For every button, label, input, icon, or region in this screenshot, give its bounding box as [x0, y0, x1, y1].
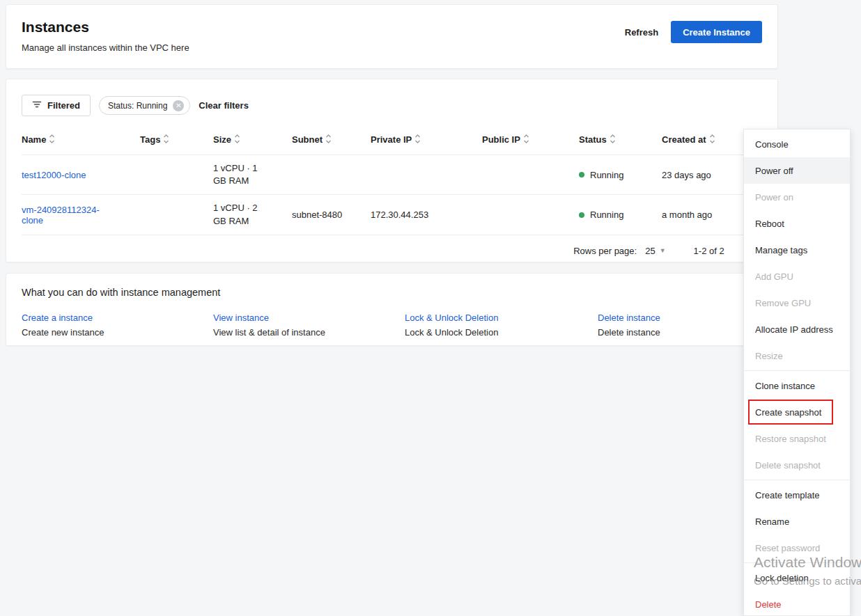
- rows-per-page-value: 25: [645, 246, 655, 256]
- page-subtitle: Manage all instances within the VPC here: [22, 42, 189, 53]
- menu-item-create-snapshot[interactable]: Create snapshot: [744, 399, 850, 425]
- menu-divider: [744, 370, 850, 371]
- menu-item-remove-gpu: Remove GPU: [744, 290, 850, 316]
- private-ip-cell: 172.30.44.253: [371, 195, 482, 235]
- menu-item-add-gpu: Add GPU: [744, 263, 850, 290]
- close-circle-icon[interactable]: ✕: [173, 100, 184, 111]
- tags-cell: [140, 195, 213, 235]
- table-row[interactable]: test12000-clone 1 vCPU · 1 GB RAM Runnin…: [22, 155, 763, 195]
- status-dot-icon: [579, 172, 584, 177]
- instance-name-link[interactable]: vm-240928112324-clone: [22, 205, 111, 226]
- sort-updown-icon: [234, 135, 240, 145]
- sort-updown-icon: [49, 135, 55, 145]
- refresh-button[interactable]: Refresh: [625, 27, 658, 38]
- instance-name-link[interactable]: test12000-clone: [22, 170, 86, 180]
- help-title: What you can do with instance management: [22, 287, 762, 298]
- menu-item-reset-password: Reset password: [744, 535, 850, 561]
- help-card: What you can do with instance management…: [6, 273, 778, 346]
- view-instance-link[interactable]: View instance: [213, 313, 269, 323]
- filter-chip-status[interactable]: Status: Running ✕: [99, 96, 190, 115]
- menu-item-manage-tags[interactable]: Manage tags: [744, 237, 850, 263]
- header-actions: Refresh Create Instance: [625, 20, 762, 44]
- help-item-description: View list & detail of instance: [213, 327, 405, 338]
- rows-per-page-label: Rows per page:: [573, 246, 637, 256]
- menu-divider: [744, 480, 850, 480]
- help-item: Delete instance Delete instance: [598, 313, 762, 338]
- column-header-public-ip[interactable]: Public IP: [482, 126, 579, 155]
- context-menu: Console Power off Power on Reboot Manage…: [743, 129, 851, 616]
- delete-instance-link[interactable]: Delete instance: [598, 313, 660, 323]
- status-dot-icon: [579, 212, 584, 218]
- size-cell: 1 vCPU · 2 GB RAM: [213, 202, 263, 227]
- clear-filters-button[interactable]: Clear filters: [199, 100, 249, 111]
- public-ip-cell: [482, 195, 579, 235]
- menu-divider: [744, 562, 850, 563]
- sort-updown-icon: [523, 135, 529, 145]
- sort-updown-icon: [325, 135, 332, 145]
- menu-item-console[interactable]: Console: [744, 131, 850, 157]
- menu-item-lock-deletion[interactable]: Lock deletion: [744, 564, 850, 591]
- sort-updown-icon: [414, 135, 421, 145]
- public-ip-cell: [482, 155, 579, 195]
- pagination-range: 1-2 of 2: [694, 246, 724, 256]
- status-badge: Running: [579, 170, 656, 180]
- pagination-bar: Rows per page: 25 ▼ 1-2 of 2 ‹: [22, 235, 763, 267]
- filter-lines-icon: [32, 100, 42, 111]
- private-ip-cell: [371, 155, 482, 195]
- help-item: View instance View list & detail of inst…: [213, 313, 405, 338]
- column-header-size[interactable]: Size: [213, 126, 292, 155]
- help-item-description: Delete instance: [598, 327, 762, 338]
- help-item-description: Lock & Unlock Deletion: [405, 327, 598, 338]
- filter-row: Filtered Status: Running ✕ Clear filters: [22, 95, 762, 116]
- size-cell: 1 vCPU · 1 GB RAM: [213, 162, 263, 187]
- menu-item-allocate-ip-address[interactable]: Allocate IP address: [744, 316, 850, 342]
- instances-card: Filtered Status: Running ✕ Clear filters…: [6, 79, 778, 262]
- table-row[interactable]: vm-240928112324-clone 1 vCPU · 2 GB RAM …: [22, 195, 763, 235]
- subnet-cell: subnet-8480: [292, 195, 371, 235]
- sort-updown-icon: [709, 135, 715, 145]
- create-instance-button[interactable]: Create Instance: [671, 21, 762, 43]
- filter-chip-label: Status: Running: [108, 101, 167, 111]
- table-header-row: Name Tags Size Subnet Private IP Public …: [22, 126, 763, 155]
- menu-item-delete-snapshot: Delete snapshot: [744, 452, 850, 478]
- help-item: Create a instance Create new instance: [22, 313, 213, 338]
- column-header-private-ip[interactable]: Private IP: [371, 126, 482, 155]
- rows-per-page-select[interactable]: 25 ▼: [645, 246, 665, 256]
- menu-item-clone-instance[interactable]: Clone instance: [744, 372, 850, 399]
- column-header-tags[interactable]: Tags: [140, 126, 213, 155]
- column-header-subnet[interactable]: Subnet: [292, 126, 371, 155]
- subnet-cell: [292, 155, 371, 195]
- page-header-text: Instances Manage all instances within th…: [22, 19, 189, 54]
- menu-item-restore-snapshot: Restore snapshot: [744, 425, 850, 452]
- menu-item-reboot[interactable]: Reboot: [744, 210, 850, 237]
- help-item-description: Create new instance: [22, 327, 213, 338]
- menu-item-power-off[interactable]: Power off: [744, 157, 850, 184]
- column-header-name[interactable]: Name: [22, 126, 140, 155]
- status-badge: Running: [579, 210, 656, 220]
- column-header-status[interactable]: Status: [579, 126, 662, 155]
- filtered-button-label: Filtered: [47, 100, 80, 111]
- menu-item-create-template[interactable]: Create template: [744, 482, 850, 508]
- help-links-grid: Create a instance Create new instance Vi…: [22, 313, 762, 338]
- lock-unlock-deletion-link[interactable]: Lock & Unlock Deletion: [405, 313, 498, 323]
- create-instance-link[interactable]: Create a instance: [22, 313, 93, 323]
- menu-item-resize: Resize: [744, 342, 850, 369]
- help-item: Lock & Unlock Deletion Lock & Unlock Del…: [405, 313, 598, 338]
- menu-item-delete[interactable]: Delete: [744, 591, 850, 616]
- chevron-down-icon: ▼: [660, 247, 666, 254]
- page-header-card: Instances Manage all instances within th…: [6, 4, 778, 69]
- page-title: Instances: [22, 19, 189, 35]
- menu-item-power-on: Power on: [744, 184, 850, 210]
- sort-updown-icon: [610, 135, 616, 145]
- instances-table: Name Tags Size Subnet Private IP Public …: [22, 126, 763, 235]
- filtered-button[interactable]: Filtered: [22, 95, 91, 116]
- tags-cell: [140, 155, 213, 195]
- menu-item-rename[interactable]: Rename: [744, 508, 850, 535]
- sort-updown-icon: [163, 135, 169, 145]
